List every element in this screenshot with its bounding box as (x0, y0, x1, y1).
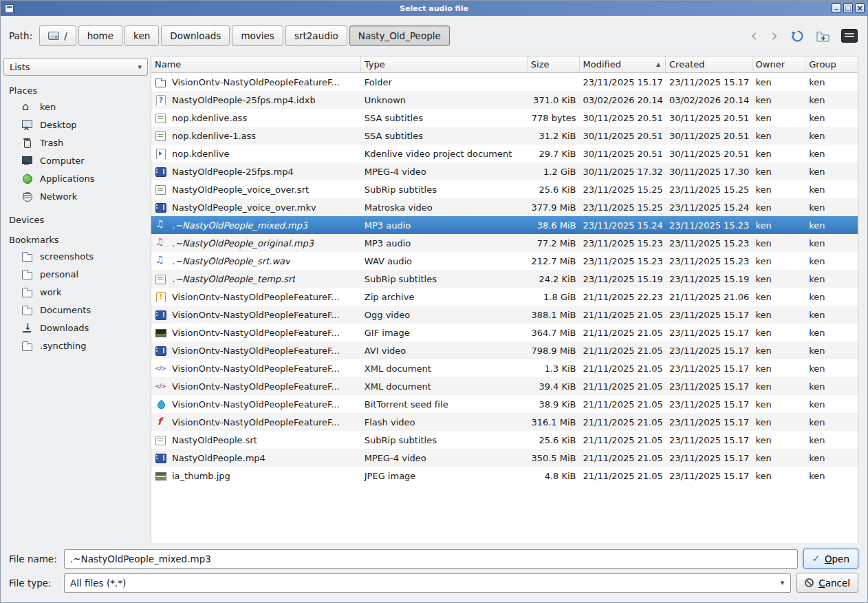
cancel-button[interactable]: Cancel (796, 573, 858, 593)
file-size-cell: 25.6 KiB (528, 435, 580, 445)
sidebar-item-personal[interactable]: personal (1, 265, 151, 283)
forward-button[interactable]: › (770, 28, 779, 44)
file-modified-cell: 21/11/2025 21.05 (580, 435, 666, 445)
sidebar-item-computer[interactable]: Computer (1, 151, 151, 169)
subtitles-icon (155, 434, 166, 445)
sidebar-item-syncthing[interactable]: .syncthing (1, 337, 151, 355)
close-button[interactable] (855, 3, 865, 13)
path-segment-root[interactable]: / (39, 25, 76, 46)
file-row-nastyoldpeople-voice-over-mkv[interactable]: NastyOldPeople_voice_over.mkvMatroska vi… (151, 198, 858, 216)
sidebar-item-applications[interactable]: Applications (1, 169, 151, 187)
file-row-nastyoldpeople-25fps-mp4-idxb[interactable]: NastyOldPeople-25fps.mp4.idxbUnknown371.… (151, 91, 858, 109)
path-segment-home[interactable]: home (78, 25, 122, 46)
file-name-cell: NastyOldPeople.mp4 (151, 452, 361, 463)
back-button[interactable]: ‹ (749, 28, 759, 44)
file-type-dropdown[interactable]: All files (*.*) ▾ (64, 573, 791, 593)
file-name-text: NastyOldPeople.mp4 (172, 453, 265, 463)
file-modified-cell: 23/11/2025 15.24 (580, 220, 666, 231)
sidebar-item-desktop[interactable]: Desktop (1, 116, 151, 134)
file-size-cell: 371.0 KiB (528, 95, 580, 105)
lists-dropdown[interactable]: Lists ▾ (3, 58, 148, 76)
view-settings-icon[interactable] (841, 29, 858, 43)
file-row-nastyoldpeople-srt[interactable]: NastyOldPeople.srtSubRip subtitles25.6 K… (151, 431, 858, 449)
file-created-cell: 23/11/2025 15.17 (666, 328, 752, 338)
file-owner-cell: ken (752, 238, 806, 248)
file-type-cell: MP3 audio (361, 238, 528, 248)
column-header-type[interactable]: Type (361, 56, 528, 72)
file-size-cell: 38.6 MiB (528, 220, 580, 231)
places-sidebar: Lists ▾ PlaceskenDesktopTrashComputerApp… (1, 56, 151, 543)
file-row-visionontv-nastyoldpeoplefeaturef[interactable]: VisionOntv-NastyOldPeopleFeatureF...Zip … (151, 288, 858, 306)
file-modified-cell: 21/11/2025 21.05 (580, 453, 666, 463)
file-row-nop-kdenlive-ass[interactable]: nop.kdenlive.assSSA subtitles778 bytes30… (151, 109, 858, 127)
sidebar-item-documents[interactable]: Documents (1, 301, 151, 319)
column-header-name[interactable]: Name (151, 56, 361, 72)
file-name-label: File name: (9, 553, 64, 564)
file-row-visionontv-nastyoldpeoplefeaturef[interactable]: VisionOntv-NastyOldPeopleFeatureF...AVI … (151, 341, 858, 359)
video-icon (155, 345, 166, 356)
sidebar-item-screenshots[interactable]: screenshots (1, 247, 151, 265)
column-header-owner[interactable]: Owner (752, 56, 806, 72)
path-segment-downloads[interactable]: Downloads (161, 25, 230, 46)
path-segment-ken[interactable]: ken (124, 25, 159, 46)
file-row-nop-kdenlive[interactable]: nop.kdenliveKdenlive video project docum… (151, 145, 858, 162)
sidebar-item-label: personal (40, 269, 78, 279)
column-header-modified[interactable]: Modified▲ (580, 56, 666, 72)
file-row-visionontv-nastyoldpeoplefeaturef[interactable]: VisionOntv-NastyOldPeopleFeatureF...Flas… (151, 413, 858, 431)
file-name-text: nop.kdenlive-1.ass (172, 131, 256, 141)
file-name-input[interactable] (64, 549, 798, 569)
file-row-nastyoldpeople-mixed-mp3[interactable]: .~NastyOldPeople_mixed.mp3MP3 audio38.6 … (151, 216, 858, 234)
file-row-visionontv-nastyoldpeoplefeaturef[interactable]: VisionOntv-NastyOldPeopleFeatureF...GIF … (151, 324, 858, 341)
column-header-created[interactable]: Created (666, 56, 752, 72)
sidebar-item-trash[interactable]: Trash (1, 134, 151, 151)
file-row-visionontv-nastyoldpeoplefeaturef[interactable]: VisionOntv-NastyOldPeopleFeatureF...Ogg … (151, 306, 858, 324)
sidebar-item-network[interactable]: Network (1, 187, 151, 205)
file-name-cell: VisionOntv-NastyOldPeopleFeatureF... (151, 363, 361, 374)
sidebar-item-label: screenshots (40, 251, 94, 262)
chevron-down-icon: ▾ (781, 578, 785, 587)
file-row-visionontv-nastyoldpeoplefeaturef[interactable]: VisionOntv-NastyOldPeopleFeatureF...XML … (151, 377, 858, 395)
file-group-cell: ken (805, 113, 858, 123)
file-row-nastyoldpeople-temp-srt[interactable]: .~NastyOldPeople_temp.srtSubRip subtitle… (151, 270, 858, 288)
folder-icon (21, 286, 32, 297)
folder-icon (21, 268, 32, 279)
file-created-cell: 23/11/2025 15.23 (666, 256, 752, 266)
maximize-button[interactable] (843, 3, 853, 13)
file-modified-cell: 23/11/2025 15.25 (580, 184, 666, 195)
file-name-text: .~NastyOldPeople_mixed.mp3 (172, 220, 307, 231)
file-row-visionontv-nastyoldpeoplefeaturef[interactable]: VisionOntv-NastyOldPeopleFeatureF...Fold… (151, 73, 858, 91)
path-segment-movies[interactable]: movies (232, 25, 283, 46)
file-type-cell: SubRip subtitles (361, 274, 528, 284)
file-owner-cell: ken (752, 149, 806, 159)
sidebar-item-work[interactable]: work (1, 283, 151, 301)
file-row-nastyoldpeople-srt-wav[interactable]: .~NastyOldPeople_srt.wavWAV audio212.7 M… (151, 252, 858, 270)
sidebar-item-ken[interactable]: ken (1, 98, 151, 116)
path-segment-nasty-old-people[interactable]: Nasty_Old_People (349, 25, 450, 46)
column-header-group[interactable]: Group (805, 56, 858, 72)
file-row-nastyoldpeople-original-mp3[interactable]: .~NastyOldPeople_original.mp3MP3 audio77… (151, 234, 858, 252)
file-row-nastyoldpeople-voice-over-srt[interactable]: NastyOldPeople_voice_over.srtSubRip subt… (151, 180, 858, 198)
file-row-ia-thumb-jpg[interactable]: ia_thumb.jpgJPEG image4.8 KiB21/11/2025 … (151, 467, 858, 485)
file-row-nop-kdenlive-1-ass[interactable]: nop.kdenlive-1.assSSA subtitles31.2 KiB3… (151, 127, 858, 145)
path-segment-srt2audio[interactable]: srt2audio (285, 25, 347, 46)
new-folder-icon[interactable] (816, 29, 830, 43)
column-header-size[interactable]: Size (528, 56, 580, 72)
file-name-cell: NastyOldPeople_voice_over.srt (151, 184, 361, 195)
reload-icon[interactable] (790, 29, 805, 43)
file-row-nastyoldpeople-25fps-mp4[interactable]: NastyOldPeople-25fps.mp4MPEG-4 video1.2 … (151, 162, 858, 180)
file-created-cell: 23/11/2025 15.25 (666, 184, 752, 195)
file-name-cell: VisionOntv-NastyOldPeopleFeatureF... (151, 381, 361, 392)
computer-icon (21, 155, 32, 166)
audio-blue-icon (155, 220, 166, 231)
file-row-visionontv-nastyoldpeoplefeaturef[interactable]: VisionOntv-NastyOldPeopleFeatureF...XML … (151, 359, 858, 377)
sidebar-item-label: Downloads (40, 323, 89, 333)
file-row-visionontv-nastyoldpeoplefeaturef[interactable]: VisionOntv-NastyOldPeopleFeatureF...BitT… (151, 395, 858, 413)
file-group-cell: ken (805, 167, 858, 177)
sidebar-item-downloads[interactable]: Downloads (1, 319, 151, 337)
open-button[interactable]: Open (803, 549, 858, 569)
minimize-button[interactable] (832, 3, 841, 13)
file-row-nastyoldpeople-mp4[interactable]: NastyOldPeople.mp4MPEG-4 video350.5 MiB2… (151, 449, 858, 467)
sidebar-sections: PlaceskenDesktopTrashComputerApplication… (1, 85, 151, 355)
image-dark-icon (155, 327, 166, 338)
file-group-cell: ken (805, 346, 858, 356)
